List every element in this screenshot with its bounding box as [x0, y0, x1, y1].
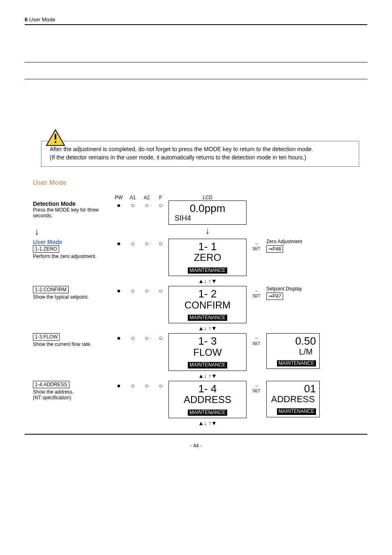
lamp-a2: ○	[141, 333, 153, 341]
lamp-a1: ○	[127, 239, 139, 247]
arrow-right-icon: →	[248, 241, 265, 246]
step-caption: Press the MODE key for three seconds.	[33, 207, 108, 219]
lcd-right-sub: L/M	[270, 347, 316, 356]
caution-icon	[46, 129, 65, 146]
arrow-right-icon: →	[248, 336, 265, 341]
lamp-pw: ●	[113, 333, 125, 341]
lcd-right-inv: MAINTENANCE	[277, 360, 316, 366]
set-arrow: → SET	[248, 333, 265, 346]
step-desc: Detection Mode Press the MODE key for th…	[33, 200, 111, 219]
step-caption: Show the typical setpoint.	[33, 294, 108, 300]
set-label: SET	[248, 389, 265, 394]
lamp-a1: ○	[127, 200, 139, 209]
nav-arrows-icon: ▲↓ ↑▼	[168, 323, 247, 333]
col-a2: A2	[141, 195, 153, 200]
ref-box: ⇒P47	[266, 292, 283, 300]
chapter-title: User Mode	[29, 16, 55, 23]
lamp-a1: ○	[127, 333, 139, 341]
lcd-sub: FLOW	[172, 347, 243, 358]
arrow-right-icon: →	[248, 288, 265, 294]
lamp-f: ○	[154, 239, 167, 247]
lcd-right-sub: ADDRESS	[270, 394, 316, 404]
lamp-f: ○	[154, 200, 167, 209]
lcd-right: 0.50 L/M MAINTENANCE	[266, 333, 320, 369]
lamp-a2: ○	[141, 200, 153, 209]
lcd-inv: MAINTENANCE	[188, 315, 227, 321]
ref: Setpoint Display ⇒P47	[266, 286, 320, 300]
lcd: 1- 1 ZERO MAINTENANCE	[168, 239, 247, 276]
lcd: 0.0ppm SIH4	[168, 200, 247, 224]
step-code: 1-4.ADDRESS	[33, 381, 69, 388]
step-desc: 1-2.CONFIRM Show the typical setpoint.	[33, 286, 111, 300]
caution-text-1: After the adjustment is completed, do no…	[50, 145, 350, 154]
nav-arrows-icon: ▲↓ ↑▼	[168, 371, 247, 381]
col-a1: A1	[127, 195, 139, 200]
lamp-f: ○	[154, 333, 167, 341]
set-arrow: → SET	[248, 239, 265, 251]
lcd-sub: ZERO	[172, 252, 243, 263]
set-arrow: → SET	[248, 381, 265, 394]
nav-arrows-icon: ▲↓ ↑▼	[168, 276, 247, 286]
step-code: 1-1.ZERO	[33, 245, 59, 253]
step-caption: Show the address.	[33, 389, 108, 395]
set-label: SET	[248, 341, 265, 346]
caution-text-2: (If the detector remains in the user mod…	[50, 154, 350, 162]
lcd-big: 1- 3	[172, 335, 243, 347]
step-title: Detection Mode	[33, 200, 108, 207]
lcd-sub: CONFIRM	[172, 300, 243, 311]
ref-title: Setpoint Display	[266, 286, 320, 292]
svg-rect-1	[55, 134, 56, 140]
arrow-down-icon: ↓	[33, 225, 111, 239]
step-code: 1-2.CONFIRM	[33, 286, 69, 293]
page-header: 6 User Mode	[25, 16, 367, 25]
step-desc: User Mode 1-1.ZERO Perform the zero adju…	[33, 239, 111, 259]
lcd-big: 0.0ppm	[172, 203, 243, 214]
lcd-right: 01 ADDRESS MAINTENANCE	[266, 381, 320, 417]
step-caption: (NT specification)	[33, 395, 108, 401]
lcd-right-big: 0.50	[270, 335, 316, 347]
lcd-big: 1- 1	[172, 241, 243, 253]
divider	[25, 79, 367, 79]
lcd-big: 1- 2	[172, 288, 243, 300]
svg-rect-2	[55, 141, 56, 143]
lcd-right-big: 01	[270, 383, 316, 395]
ref-title: Zero Adjustment	[266, 239, 320, 244]
lamp-a2: ○	[141, 239, 153, 247]
lamp-pw: ●	[113, 239, 125, 247]
arrow-right-icon: →	[248, 383, 265, 389]
lamp-f: ○	[154, 381, 167, 389]
step-caption: Show the current flow rate.	[33, 341, 108, 347]
lamp-pw: ●	[113, 286, 125, 294]
lamp-pw: ●	[113, 381, 125, 389]
col-pw: PW	[113, 195, 125, 200]
lcd-small: SIH4	[172, 214, 243, 223]
col-lcd: LCD	[168, 195, 247, 200]
chapter-number: 6	[25, 16, 28, 23]
lcd-sub: ADDRESS	[172, 394, 243, 405]
lamp-f: ○	[154, 286, 167, 294]
lcd: 1- 2 CONFIRM MAINTENANCE	[168, 286, 247, 323]
step-code: 1-3.FLOW	[33, 333, 60, 341]
set-label: SET	[248, 246, 265, 251]
set-arrow: → SET	[248, 286, 265, 299]
lamp-a2: ○	[141, 381, 153, 389]
lcd-big: 1- 4	[172, 383, 243, 395]
mode-table: PW A1 A2 F LCD Detection Mode Press the …	[33, 195, 367, 428]
nav-arrows-icon: ▲↓ ↑▼	[168, 418, 247, 428]
caution-box: After the adjustment is completed, do no…	[41, 141, 359, 167]
lcd-inv: MAINTENANCE	[188, 410, 227, 416]
lcd-inv: MAINTENANCE	[188, 362, 227, 368]
step-title: User Mode	[33, 239, 108, 245]
lcd-inv: MAINTENANCE	[188, 267, 227, 274]
lamp-a2: ○	[141, 286, 153, 294]
footer-divider	[25, 434, 367, 435]
lamp-a1: ○	[127, 381, 139, 389]
page-number: - 44 -	[25, 443, 367, 449]
step-caption: Perform the zero adjustment.	[33, 253, 108, 259]
lcd-right-inv: MAINTENANCE	[277, 408, 316, 415]
lamp-a1: ○	[127, 286, 139, 294]
col-f: F	[154, 195, 167, 200]
lamp-pw: ●	[113, 200, 125, 209]
divider	[25, 62, 367, 62]
lcd: 1- 3 FLOW MAINTENANCE	[168, 333, 247, 371]
